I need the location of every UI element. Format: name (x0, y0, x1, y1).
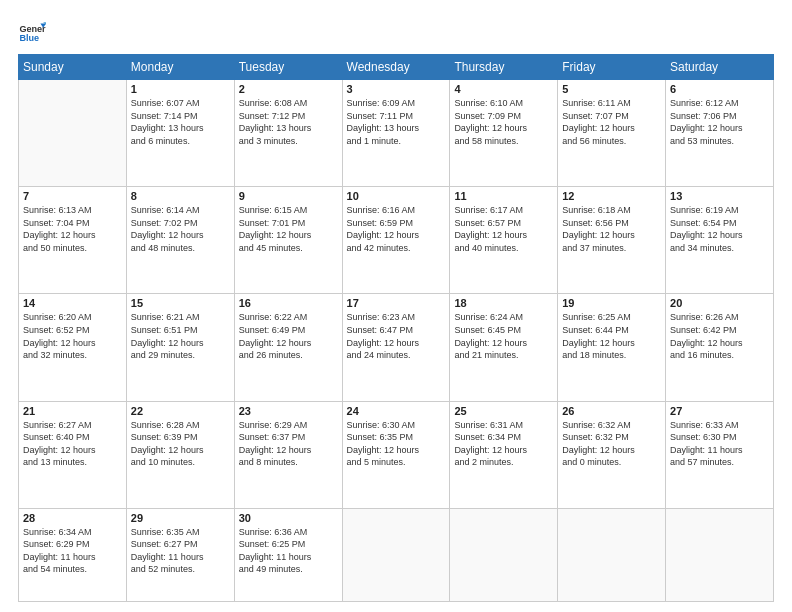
day-info: Sunrise: 6:31 AM Sunset: 6:34 PM Dayligh… (454, 419, 553, 469)
day-number: 24 (347, 405, 446, 417)
weekday-header-saturday: Saturday (666, 55, 774, 80)
day-number: 9 (239, 190, 338, 202)
day-info: Sunrise: 6:15 AM Sunset: 7:01 PM Dayligh… (239, 204, 338, 254)
calendar-cell: 6Sunrise: 6:12 AM Sunset: 7:06 PM Daylig… (666, 80, 774, 187)
calendar-cell: 18Sunrise: 6:24 AM Sunset: 6:45 PM Dayli… (450, 294, 558, 401)
day-info: Sunrise: 6:27 AM Sunset: 6:40 PM Dayligh… (23, 419, 122, 469)
day-number: 3 (347, 83, 446, 95)
calendar-cell: 7Sunrise: 6:13 AM Sunset: 7:04 PM Daylig… (19, 187, 127, 294)
calendar-cell: 5Sunrise: 6:11 AM Sunset: 7:07 PM Daylig… (558, 80, 666, 187)
weekday-header-thursday: Thursday (450, 55, 558, 80)
week-row-2: 14Sunrise: 6:20 AM Sunset: 6:52 PM Dayli… (19, 294, 774, 401)
day-number: 23 (239, 405, 338, 417)
page: General Blue SundayMondayTuesdayWednesda… (0, 0, 792, 612)
day-number: 29 (131, 512, 230, 524)
day-info: Sunrise: 6:07 AM Sunset: 7:14 PM Dayligh… (131, 97, 230, 147)
logo-icon: General Blue (18, 18, 46, 46)
calendar-cell: 26Sunrise: 6:32 AM Sunset: 6:32 PM Dayli… (558, 401, 666, 508)
day-info: Sunrise: 6:19 AM Sunset: 6:54 PM Dayligh… (670, 204, 769, 254)
day-number: 6 (670, 83, 769, 95)
calendar-cell: 29Sunrise: 6:35 AM Sunset: 6:27 PM Dayli… (126, 508, 234, 601)
calendar-cell: 3Sunrise: 6:09 AM Sunset: 7:11 PM Daylig… (342, 80, 450, 187)
day-number: 8 (131, 190, 230, 202)
calendar-cell: 30Sunrise: 6:36 AM Sunset: 6:25 PM Dayli… (234, 508, 342, 601)
calendar-cell: 9Sunrise: 6:15 AM Sunset: 7:01 PM Daylig… (234, 187, 342, 294)
day-info: Sunrise: 6:17 AM Sunset: 6:57 PM Dayligh… (454, 204, 553, 254)
day-number: 20 (670, 297, 769, 309)
day-number: 14 (23, 297, 122, 309)
day-info: Sunrise: 6:18 AM Sunset: 6:56 PM Dayligh… (562, 204, 661, 254)
calendar-cell: 11Sunrise: 6:17 AM Sunset: 6:57 PM Dayli… (450, 187, 558, 294)
calendar-cell: 24Sunrise: 6:30 AM Sunset: 6:35 PM Dayli… (342, 401, 450, 508)
day-info: Sunrise: 6:32 AM Sunset: 6:32 PM Dayligh… (562, 419, 661, 469)
weekday-header-monday: Monday (126, 55, 234, 80)
day-info: Sunrise: 6:14 AM Sunset: 7:02 PM Dayligh… (131, 204, 230, 254)
day-info: Sunrise: 6:20 AM Sunset: 6:52 PM Dayligh… (23, 311, 122, 361)
day-number: 16 (239, 297, 338, 309)
day-info: Sunrise: 6:34 AM Sunset: 6:29 PM Dayligh… (23, 526, 122, 576)
calendar-cell: 4Sunrise: 6:10 AM Sunset: 7:09 PM Daylig… (450, 80, 558, 187)
header: General Blue (18, 18, 774, 46)
day-info: Sunrise: 6:26 AM Sunset: 6:42 PM Dayligh… (670, 311, 769, 361)
svg-text:Blue: Blue (19, 33, 39, 43)
calendar-cell: 2Sunrise: 6:08 AM Sunset: 7:12 PM Daylig… (234, 80, 342, 187)
day-info: Sunrise: 6:08 AM Sunset: 7:12 PM Dayligh… (239, 97, 338, 147)
calendar-cell: 13Sunrise: 6:19 AM Sunset: 6:54 PM Dayli… (666, 187, 774, 294)
day-info: Sunrise: 6:30 AM Sunset: 6:35 PM Dayligh… (347, 419, 446, 469)
day-number: 18 (454, 297, 553, 309)
calendar-table: SundayMondayTuesdayWednesdayThursdayFrid… (18, 54, 774, 602)
day-info: Sunrise: 6:24 AM Sunset: 6:45 PM Dayligh… (454, 311, 553, 361)
day-info: Sunrise: 6:21 AM Sunset: 6:51 PM Dayligh… (131, 311, 230, 361)
calendar-cell: 8Sunrise: 6:14 AM Sunset: 7:02 PM Daylig… (126, 187, 234, 294)
calendar-cell: 10Sunrise: 6:16 AM Sunset: 6:59 PM Dayli… (342, 187, 450, 294)
day-info: Sunrise: 6:36 AM Sunset: 6:25 PM Dayligh… (239, 526, 338, 576)
calendar-cell: 19Sunrise: 6:25 AM Sunset: 6:44 PM Dayli… (558, 294, 666, 401)
day-number: 25 (454, 405, 553, 417)
day-number: 5 (562, 83, 661, 95)
day-info: Sunrise: 6:12 AM Sunset: 7:06 PM Dayligh… (670, 97, 769, 147)
calendar-cell: 23Sunrise: 6:29 AM Sunset: 6:37 PM Dayli… (234, 401, 342, 508)
calendar-cell: 21Sunrise: 6:27 AM Sunset: 6:40 PM Dayli… (19, 401, 127, 508)
calendar-cell (450, 508, 558, 601)
header-row: SundayMondayTuesdayWednesdayThursdayFrid… (19, 55, 774, 80)
day-number: 30 (239, 512, 338, 524)
calendar-cell: 17Sunrise: 6:23 AM Sunset: 6:47 PM Dayli… (342, 294, 450, 401)
day-number: 26 (562, 405, 661, 417)
day-number: 4 (454, 83, 553, 95)
day-number: 21 (23, 405, 122, 417)
day-info: Sunrise: 6:35 AM Sunset: 6:27 PM Dayligh… (131, 526, 230, 576)
weekday-header-tuesday: Tuesday (234, 55, 342, 80)
calendar-cell: 28Sunrise: 6:34 AM Sunset: 6:29 PM Dayli… (19, 508, 127, 601)
calendar-cell: 1Sunrise: 6:07 AM Sunset: 7:14 PM Daylig… (126, 80, 234, 187)
day-number: 2 (239, 83, 338, 95)
calendar-cell (19, 80, 127, 187)
calendar-cell: 14Sunrise: 6:20 AM Sunset: 6:52 PM Dayli… (19, 294, 127, 401)
day-info: Sunrise: 6:23 AM Sunset: 6:47 PM Dayligh… (347, 311, 446, 361)
day-number: 15 (131, 297, 230, 309)
weekday-header-friday: Friday (558, 55, 666, 80)
day-info: Sunrise: 6:10 AM Sunset: 7:09 PM Dayligh… (454, 97, 553, 147)
day-number: 10 (347, 190, 446, 202)
weekday-header-wednesday: Wednesday (342, 55, 450, 80)
calendar-cell (558, 508, 666, 601)
day-number: 28 (23, 512, 122, 524)
day-number: 7 (23, 190, 122, 202)
day-number: 13 (670, 190, 769, 202)
day-number: 27 (670, 405, 769, 417)
day-number: 22 (131, 405, 230, 417)
calendar-cell: 16Sunrise: 6:22 AM Sunset: 6:49 PM Dayli… (234, 294, 342, 401)
day-info: Sunrise: 6:16 AM Sunset: 6:59 PM Dayligh… (347, 204, 446, 254)
day-info: Sunrise: 6:13 AM Sunset: 7:04 PM Dayligh… (23, 204, 122, 254)
week-row-4: 28Sunrise: 6:34 AM Sunset: 6:29 PM Dayli… (19, 508, 774, 601)
week-row-0: 1Sunrise: 6:07 AM Sunset: 7:14 PM Daylig… (19, 80, 774, 187)
weekday-header-sunday: Sunday (19, 55, 127, 80)
day-number: 19 (562, 297, 661, 309)
week-row-3: 21Sunrise: 6:27 AM Sunset: 6:40 PM Dayli… (19, 401, 774, 508)
day-number: 12 (562, 190, 661, 202)
calendar-cell: 22Sunrise: 6:28 AM Sunset: 6:39 PM Dayli… (126, 401, 234, 508)
day-info: Sunrise: 6:09 AM Sunset: 7:11 PM Dayligh… (347, 97, 446, 147)
logo: General Blue (18, 18, 50, 46)
calendar-cell: 25Sunrise: 6:31 AM Sunset: 6:34 PM Dayli… (450, 401, 558, 508)
calendar-cell (342, 508, 450, 601)
calendar-cell: 27Sunrise: 6:33 AM Sunset: 6:30 PM Dayli… (666, 401, 774, 508)
